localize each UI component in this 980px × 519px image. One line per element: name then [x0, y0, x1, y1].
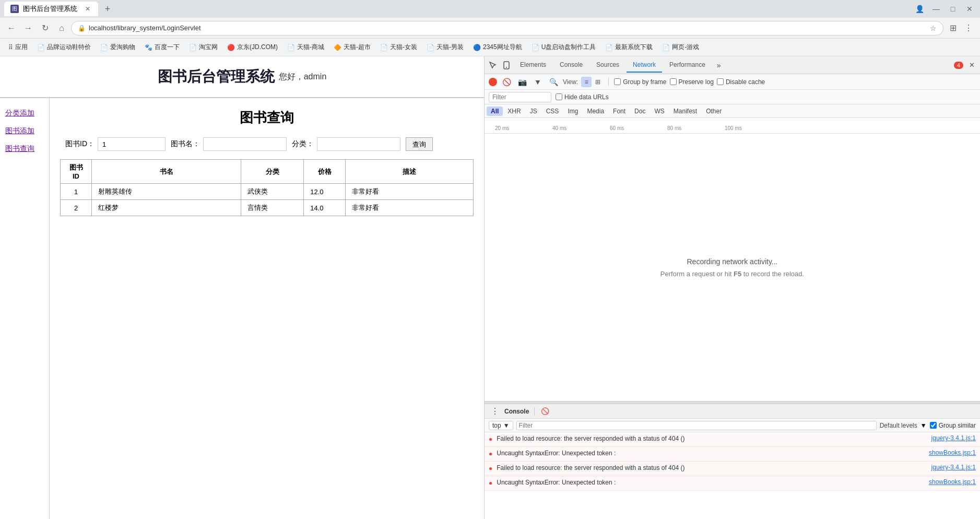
disable-cache-label[interactable]: Disable cache: [717, 78, 765, 86]
devtools-tab-console[interactable]: Console: [553, 58, 589, 73]
camera-button[interactable]: 📷: [516, 76, 528, 88]
console-msg-source[interactable]: showBooks.jsp:1: [929, 478, 976, 486]
error-icon: ●: [489, 465, 492, 472]
type-btn-manifest[interactable]: Manifest: [669, 107, 701, 116]
bookmark-13-label: 网页-游戏: [672, 43, 699, 52]
back-button[interactable]: ←: [4, 21, 19, 36]
console-clear-button[interactable]: 🚫: [540, 406, 550, 417]
bookmark-13[interactable]: 📄 网页-游戏: [658, 41, 703, 54]
bookmark-icon-12: 📄: [605, 44, 613, 51]
bookmark-star-icon[interactable]: ☆: [930, 24, 937, 32]
bookmark-3-label: 百度一下: [155, 43, 180, 52]
type-btn-js[interactable]: JS: [526, 107, 541, 116]
new-tab-button[interactable]: +: [100, 2, 115, 16]
bookmark-icon-2: 📄: [100, 44, 108, 51]
sidebar-link-book-add[interactable]: 图书添加: [5, 126, 44, 136]
devtools-tab-elements[interactable]: Elements: [514, 58, 552, 73]
bookmark-1[interactable]: 📄 品牌运动鞋特价: [33, 41, 95, 54]
bookmark-3[interactable]: 🐾 百度一下: [140, 41, 184, 54]
console-msg-source[interactable]: jquery-3.4.1.js:1: [931, 434, 976, 442]
table-cell-category: 武侠类: [241, 184, 304, 200]
sidebar-link-category-add[interactable]: 分类添加: [5, 109, 44, 118]
group-by-frame-checkbox[interactable]: [614, 78, 621, 85]
address-bar[interactable]: 🔒 localhost/library_system/LoginServlet …: [71, 21, 943, 36]
bookmark-icon-3: 🐾: [145, 44, 152, 51]
type-btn-font[interactable]: Font: [609, 107, 630, 116]
type-btn-media[interactable]: Media: [583, 107, 608, 116]
console-filter-input[interactable]: [516, 421, 877, 430]
devtools-inspect-button[interactable]: [487, 59, 499, 72]
type-btn-other[interactable]: Other: [702, 107, 726, 116]
disable-cache-checkbox[interactable]: [717, 78, 724, 85]
bookmark-2[interactable]: 📄 爱淘购物: [96, 41, 139, 54]
book-id-input[interactable]: [98, 137, 166, 151]
devtools-close-area: 4 ✕: [954, 59, 978, 72]
tree-view-icon[interactable]: ⊞: [593, 77, 603, 87]
bookmark-5[interactable]: 🔴 京东(JD.COM): [223, 41, 282, 54]
bookmark-10[interactable]: 🔵 2345网址导航: [469, 41, 526, 54]
bookmark-7[interactable]: 🔶 天猫-超市: [329, 41, 375, 54]
devtools-device-button[interactable]: [500, 59, 513, 72]
bookmark-4[interactable]: 📄 淘宝网: [185, 41, 222, 54]
book-name-input[interactable]: [203, 137, 287, 151]
bookmark-12[interactable]: 📄 最新系统下载: [601, 41, 657, 54]
content-title: 图书查询: [60, 109, 474, 127]
group-by-frame-label[interactable]: Group by frame: [614, 78, 666, 86]
hide-data-urls-checkbox[interactable]: [556, 93, 562, 100]
clear-button[interactable]: 🚫: [500, 76, 513, 88]
bookmark-2-label: 爱淘购物: [110, 43, 135, 52]
levels-chevron-icon[interactable]: ▼: [920, 422, 927, 429]
menu-button[interactable]: ⋮: [961, 21, 976, 36]
bookmark-6[interactable]: 📄 天猫-商城: [283, 41, 328, 54]
list-view-icon[interactable]: ≡: [581, 77, 592, 87]
type-btn-doc[interactable]: Doc: [630, 107, 650, 116]
type-btn-ws[interactable]: WS: [650, 107, 668, 116]
context-select[interactable]: top ▼: [489, 421, 513, 430]
bookmark-9[interactable]: 📄 天猫-男装: [422, 41, 468, 54]
console-msg-source[interactable]: showBooks.jsp:1: [929, 449, 976, 456]
devtools-tab-performance[interactable]: Performance: [663, 58, 712, 73]
filter-input[interactable]: [489, 92, 551, 102]
type-btn-all[interactable]: All: [487, 107, 503, 116]
preserve-log-label[interactable]: Preserve log: [670, 78, 714, 86]
home-button[interactable]: ⌂: [54, 21, 69, 36]
maximize-button[interactable]: □: [947, 3, 959, 15]
bookmark-1-label: 品牌运动鞋特价: [47, 43, 91, 52]
type-btn-css[interactable]: CSS: [542, 107, 563, 116]
three-dots-menu[interactable]: ⋮: [489, 404, 501, 418]
search-icon-button[interactable]: 🔍: [547, 76, 560, 88]
devtools-more-button[interactable]: »: [713, 59, 725, 72]
tab-close-button[interactable]: ✕: [84, 5, 92, 13]
type-btn-xhr[interactable]: XHR: [503, 107, 525, 116]
extensions-button[interactable]: ⊞: [946, 21, 960, 36]
account-icon[interactable]: 👤: [913, 3, 926, 15]
close-button[interactable]: ✕: [963, 3, 976, 15]
type-btn-img[interactable]: Img: [563, 107, 582, 116]
devtools-toolbar: Elements Console Sources Network Perform…: [485, 56, 980, 74]
network-content: Recording network activity... Perform a …: [485, 134, 980, 401]
page-greeting: 您好，admin: [279, 72, 327, 82]
devtools-tab-sources[interactable]: Sources: [590, 58, 625, 73]
hide-data-urls-label[interactable]: Hide data URLs: [556, 93, 609, 101]
browser-tab[interactable]: 图 图书后台管理系统 ✕: [4, 2, 98, 16]
group-similar-label[interactable]: Group similar: [930, 422, 976, 429]
preserve-log-checkbox[interactable]: [670, 78, 677, 85]
forward-button[interactable]: →: [21, 21, 36, 36]
category-input[interactable]: [317, 137, 400, 151]
bookmark-apps[interactable]: ⠿ 应用: [4, 41, 32, 54]
console-msg-source[interactable]: jquery-3.4.1.js:1: [931, 464, 976, 471]
bookmark-11[interactable]: 📄 U盘启动盘制作工具: [527, 41, 600, 54]
book-name-group: 图书名：: [171, 137, 287, 151]
bookmark-icon-11: 📄: [532, 44, 539, 51]
reload-button[interactable]: ↻: [38, 21, 52, 36]
group-similar-checkbox[interactable]: [930, 422, 937, 429]
svg-point-1: [506, 67, 507, 68]
filter-icon-button[interactable]: ▼: [532, 76, 544, 88]
devtools-tab-network[interactable]: Network: [627, 58, 662, 73]
search-button[interactable]: 查询: [406, 137, 433, 151]
bookmark-8[interactable]: 📄 天猫-女装: [376, 41, 421, 54]
sidebar-link-book-query[interactable]: 图书查询: [5, 144, 44, 154]
record-button[interactable]: [489, 78, 497, 86]
minimize-button[interactable]: —: [930, 3, 942, 15]
devtools-close-button[interactable]: ✕: [965, 59, 978, 72]
